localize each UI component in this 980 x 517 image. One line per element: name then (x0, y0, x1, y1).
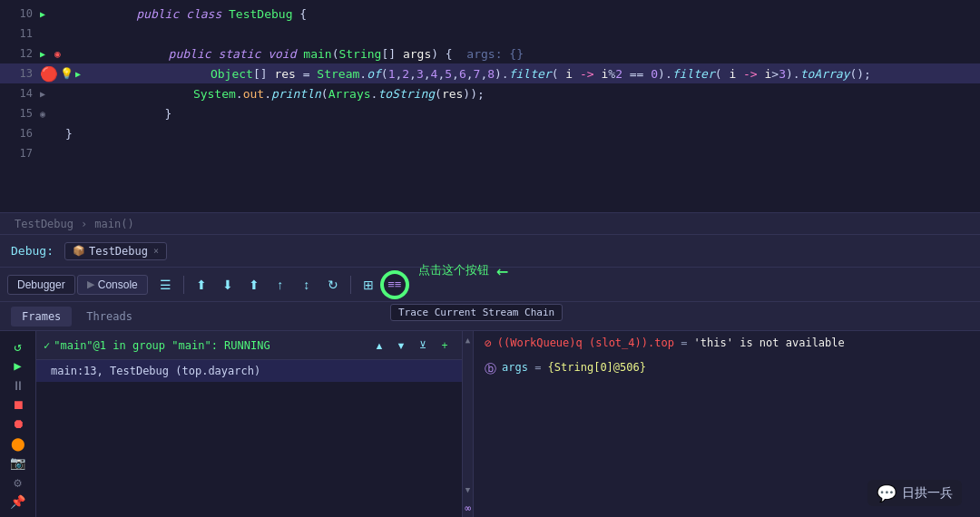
frame-text: main:13, TestDebug (top.dayarch) (51, 365, 260, 377)
var-icon-info: ⓑ (485, 361, 496, 377)
variable-item-1: ⓑ args = {String[0]@506} (474, 356, 980, 383)
toolbar-btn-step-into[interactable]: ⬇ (215, 272, 240, 298)
breadcrumb-separator: › (81, 218, 87, 230)
toolbar-icons-group: ☰ ⬆ ⬇ ⬆ ↑ ↕ ↻ ⊞ ≡≡ 点击这个按钮 ← (153, 272, 407, 298)
var-value-1: {String[0]@506} (548, 361, 646, 374)
thread-buttons: ▲ ▼ ⊻ + (369, 336, 455, 356)
line-number: 15 (7, 107, 33, 120)
tab-icon: 📦 (73, 245, 85, 257)
toolbar-btn-refresh[interactable]: ↻ (320, 272, 346, 298)
toolbar-divider (183, 276, 184, 294)
toolbar-btn-table[interactable]: ⊞ (356, 272, 381, 298)
tab-threads[interactable]: Threads (75, 307, 143, 327)
scroll-up[interactable]: ▲ (463, 331, 473, 349)
debug-tab[interactable]: 📦 TestDebug × (64, 242, 167, 260)
sidebar-icon-stop[interactable]: ⏹ (5, 396, 31, 412)
toolbar-btn-step-out[interactable]: ⬆ (241, 272, 267, 298)
line-number: 12 (7, 47, 33, 60)
frames-panel: ✓ "main"@1 in group "main": RUNNING ▲ ▼ … (36, 331, 463, 517)
thread-name: "main"@1 in group "main": RUNNING (54, 339, 369, 352)
scroll-down[interactable]: ▼ (463, 481, 473, 499)
fold-arrow: ◉ (40, 109, 51, 119)
fold-arrow: ▶ (40, 89, 51, 99)
debugger-tab-button[interactable]: Debugger (7, 275, 75, 295)
check-icon: ✓ (44, 339, 50, 352)
sidebar-icon-play[interactable]: ▶ (5, 357, 31, 373)
frame-item-main[interactable]: main:13, TestDebug (top.dayarch) (36, 360, 462, 382)
scroll-track (463, 349, 473, 481)
code-line-16: 16 } (0, 123, 980, 143)
breadcrumb-file[interactable]: TestDebug (15, 218, 74, 230)
sidebar-icon-breakpoints[interactable]: ⏺ (5, 416, 31, 432)
line-number: 14 (7, 87, 33, 100)
code-lines: 10 ▶ public class TestDebug { 11 12 ▶ ◉ … (0, 0, 980, 167)
toolbar-btn-run-to-cursor[interactable]: ↑ (268, 272, 293, 298)
trace-icon: ≡≡ (387, 278, 401, 291)
debug-dot: ◉ (54, 48, 69, 60)
console-icon: ▶ (87, 278, 94, 290)
console-label: Console (98, 278, 138, 291)
frame-spacer (36, 382, 462, 517)
thread-btn-add[interactable]: + (435, 336, 455, 356)
run-arrow: ▶ (40, 49, 51, 59)
sidebar-icon-pause[interactable]: ⏸ (5, 377, 31, 393)
var-name-0: ((WorkQueue)q (slot_4)).top (497, 337, 674, 349)
line-number: 13 (7, 67, 33, 80)
debug-tab-close[interactable]: × (153, 246, 159, 256)
code-line-17: 17 (0, 143, 980, 163)
console-tab-button[interactable]: ▶ Console (77, 275, 148, 295)
breakpoint-icon: 🔴 (40, 65, 58, 83)
toolbar-btn-evaluate[interactable]: ↕ (294, 272, 319, 298)
variable-item-0: ⊘ ((WorkQueue)q (slot_4)).top = 'this' i… (474, 331, 980, 356)
breadcrumb: TestDebug › main() (0, 213, 980, 235)
line-number: 17 (7, 147, 33, 160)
line-number: 16 (7, 127, 33, 140)
trace-stream-button[interactable]: ≡≡ (382, 272, 407, 298)
code-content: } (65, 127, 973, 141)
debug-tab-name: TestDebug (89, 245, 148, 258)
toolbar-btn-menu[interactable]: ☰ (153, 272, 179, 298)
var-equals-1: = (534, 361, 547, 374)
run-arrow: ▶ (40, 9, 51, 19)
code-line-15: 15 ◉ } (0, 103, 980, 123)
thread-btn-down[interactable]: ▼ (391, 336, 411, 356)
sidebar-icon-pin[interactable]: 📌 (5, 494, 31, 510)
trace-tooltip: Trace Current Stream Chain (390, 304, 563, 321)
thread-btn-filter[interactable]: ⊻ (413, 336, 433, 356)
sidebar-icon-settings[interactable]: ⚙ (5, 474, 31, 490)
tab-frames[interactable]: Frames (11, 307, 72, 327)
main-content: ↺ ▶ ⏸ ⏹ ⏺ ⬤ 📷 ⚙ 📌 ✓ "main"@1 in group "m… (0, 331, 980, 517)
wechat-icon: 💬 (877, 483, 897, 502)
line-number: 11 (7, 27, 33, 40)
var-content-0: ((WorkQueue)q (slot_4)).top = 'this' is … (497, 337, 845, 349)
toolbar-divider-2 (350, 276, 351, 294)
toolbar: Debugger ▶ Console ☰ ⬆ ⬇ ⬆ ↑ ↕ ↻ ⊞ ≡≡ (0, 268, 980, 302)
var-equals-0: = (681, 337, 693, 349)
var-icon-error: ⊘ (485, 337, 492, 350)
debug-label: Debug: (11, 244, 54, 258)
debug-header: Debug: 📦 TestDebug × (0, 235, 980, 268)
thread-toolbar: ✓ "main"@1 in group "main": RUNNING ▲ ▼ … (36, 331, 462, 360)
toolbar-btn-step-over[interactable]: ⬆ (189, 272, 214, 298)
code-line-10: 10 ▶ public class TestDebug { (0, 4, 980, 24)
sidebar-icon-stream[interactable]: ⬤ (5, 435, 31, 451)
watermark: 💬 日拱一兵 (867, 480, 962, 506)
thread-btn-up[interactable]: ▲ (369, 336, 389, 356)
watermark-text: 日拱一兵 (902, 485, 953, 502)
sidebar-icon-camera[interactable]: 📷 (5, 455, 31, 471)
var-value-0: 'this' is not available (694, 337, 845, 349)
var-name-1: args (502, 361, 528, 374)
sidebar-icon-resume[interactable]: ↺ (5, 338, 31, 354)
line-number: 10 (7, 7, 33, 20)
left-sidebar: ↺ ▶ ⏸ ⏹ ⏺ ⬤ 📷 ⚙ 📌 (0, 331, 36, 517)
frames-scrollbar[interactable]: ▲ ▼ ∞ (463, 331, 474, 517)
var-content-1: args = {String[0]@506} (502, 361, 646, 374)
scroll-special[interactable]: ∞ (463, 499, 473, 517)
editor-area: 10 ▶ public class TestDebug { 11 12 ▶ ◉ … (0, 0, 980, 213)
breadcrumb-method[interactable]: main() (94, 218, 133, 230)
